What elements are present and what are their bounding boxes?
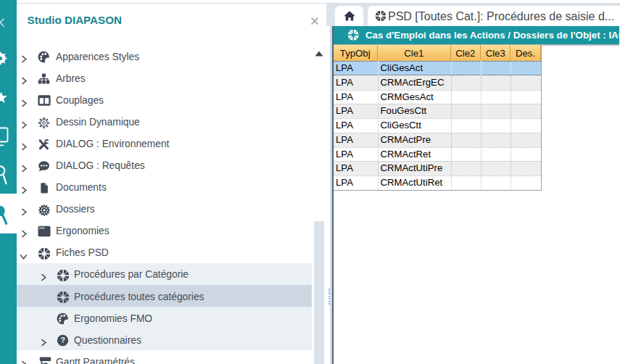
svg-text:?: ? <box>60 336 65 344</box>
